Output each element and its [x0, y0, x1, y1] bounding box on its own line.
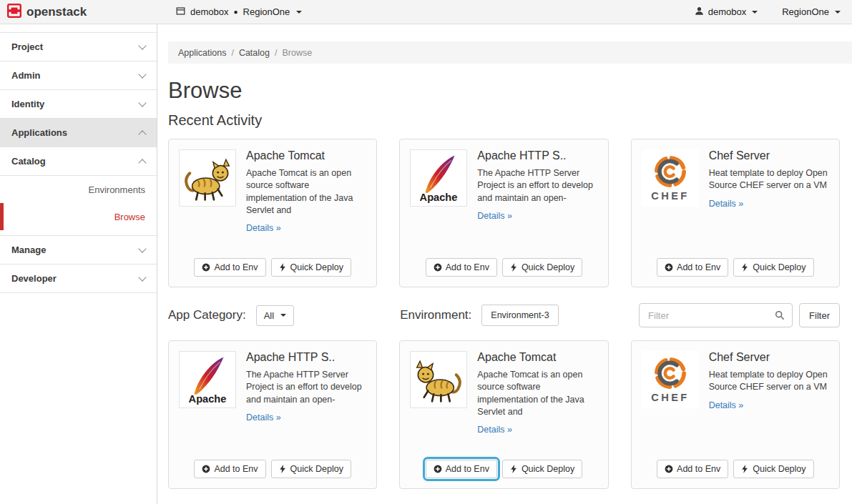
- user-icon: [695, 6, 704, 18]
- add-to-env-button[interactable]: Add to Env: [194, 258, 265, 277]
- section-title: Recent Activity: [168, 112, 852, 129]
- main-content: Applications / Catalog / Browse Browse R…: [157, 24, 852, 504]
- add-to-env-label: Add to Env: [677, 464, 720, 474]
- region-menu[interactable]: RegionOne: [782, 6, 841, 17]
- app-description: Heat template to deploy Open Source CHEF…: [709, 369, 829, 394]
- sidebar-item-environments[interactable]: Environments: [0, 176, 157, 203]
- app-bar: openstack demobox ● RegionOne demobox Re…: [0, 0, 852, 24]
- add-to-env-button-highlighted[interactable]: Add to Env: [426, 460, 497, 478]
- add-to-env-button[interactable]: Add to Env: [657, 460, 728, 478]
- app-title: Chef Server: [709, 149, 829, 162]
- environment-button[interactable]: Environment-3: [481, 305, 558, 326]
- caret-down-icon: [296, 11, 302, 14]
- sidebar-item-identity[interactable]: Identity: [0, 90, 157, 119]
- svg-text:CHEF: CHEF: [651, 392, 689, 403]
- context-region-name: RegionOne: [243, 6, 290, 17]
- details-link[interactable]: Details »: [709, 199, 744, 209]
- context-separator-dot: ●: [233, 8, 238, 16]
- plus-circle-icon: [202, 263, 210, 272]
- sidebar-divider: [0, 230, 157, 236]
- user-menu[interactable]: demobox: [695, 6, 758, 18]
- add-to-env-button[interactable]: Add to Env: [657, 258, 728, 277]
- page-title: Browse: [168, 78, 852, 104]
- details-link[interactable]: Details »: [246, 223, 281, 233]
- breadcrumb-current: Browse: [282, 48, 312, 58]
- details-link[interactable]: Details »: [477, 211, 512, 221]
- app-description: The Apache HTTP Server Project is an eff…: [477, 167, 597, 204]
- chevron-down-icon: [138, 99, 146, 107]
- sidebar-item-admin[interactable]: Admin: [0, 61, 157, 90]
- caret-down-icon: [280, 314, 286, 317]
- tomcat-logo: [410, 351, 467, 408]
- add-to-env-label: Add to Env: [446, 262, 489, 272]
- chevron-down-icon: [138, 70, 146, 78]
- app-description: The Apache HTTP Server Project is an eff…: [246, 369, 366, 406]
- app-title: Chef Server: [709, 351, 829, 364]
- details-link[interactable]: Details »: [709, 400, 744, 410]
- quick-deploy-label: Quick Deploy: [290, 262, 343, 272]
- sidebar-top-divider: [0, 24, 157, 33]
- add-to-env-button[interactable]: Add to Env: [426, 258, 497, 277]
- details-link[interactable]: Details »: [477, 425, 512, 435]
- sidebar-item-label: Manage: [11, 244, 46, 255]
- sidebar-item-manage[interactable]: Manage: [0, 236, 157, 265]
- chevron-up-icon: [138, 130, 146, 138]
- app-description: Apache Tomcat is an open source software…: [477, 369, 597, 418]
- app-title: Apache HTTP S..: [477, 149, 597, 162]
- quick-deploy-button[interactable]: Quick Deploy: [502, 460, 582, 478]
- sidebar-item-browse[interactable]: Browse: [0, 203, 157, 230]
- search-icon: [775, 310, 785, 322]
- breadcrumb-link-applications[interactable]: Applications: [178, 48, 226, 58]
- app-category-dropdown[interactable]: All: [256, 305, 294, 326]
- quick-deploy-button[interactable]: Quick Deploy: [271, 258, 351, 277]
- sidebar-item-label: Catalog: [11, 156, 46, 167]
- quick-deploy-label: Quick Deploy: [753, 262, 806, 272]
- add-to-env-label: Add to Env: [214, 464, 258, 474]
- filter-bar: App Category: All Environment: Environme…: [168, 303, 840, 327]
- flash-icon: [510, 465, 518, 473]
- plus-circle-icon: [202, 465, 210, 473]
- flash-icon: [279, 263, 287, 272]
- project-icon: [176, 6, 185, 18]
- quick-deploy-button[interactable]: Quick Deploy: [733, 460, 813, 478]
- plus-circle-icon: [665, 465, 673, 473]
- app-title: Apache Tomcat: [477, 351, 597, 364]
- svg-text:Apache: Apache: [189, 393, 227, 405]
- chevron-down-icon: [138, 244, 146, 252]
- quick-deploy-label: Quick Deploy: [753, 464, 806, 474]
- project-region-switcher[interactable]: demobox ● RegionOne: [176, 6, 302, 18]
- flash-icon: [741, 465, 749, 473]
- app-title: Apache HTTP S..: [246, 351, 366, 364]
- quick-deploy-button[interactable]: Quick Deploy: [733, 258, 813, 277]
- browse-cards: Apache Apache HTTP S.. The Apache HTTP S…: [168, 340, 840, 489]
- filter-button[interactable]: Filter: [799, 303, 840, 327]
- app-card: Apache Apache HTTP S.. The Apache HTTP S…: [168, 340, 377, 489]
- apache-logo: Apache: [179, 351, 236, 408]
- sidebar-item-applications[interactable]: Applications: [0, 119, 157, 147]
- quick-deploy-label: Quick Deploy: [290, 464, 343, 474]
- plus-circle-icon: [434, 263, 442, 272]
- sidebar-item-label: Developer: [11, 273, 57, 284]
- breadcrumb-link-catalog[interactable]: Catalog: [239, 48, 270, 58]
- region-menu-label: RegionOne: [782, 6, 829, 17]
- add-to-env-button[interactable]: Add to Env: [194, 460, 265, 478]
- sidebar-item-catalog[interactable]: Catalog: [0, 147, 157, 176]
- quick-deploy-button[interactable]: Quick Deploy: [502, 258, 582, 277]
- chevron-up-icon: [138, 159, 146, 167]
- recent-activity-cards: Apache Tomcat Apache Tomcat is an open s…: [168, 139, 840, 287]
- quick-deploy-label: Quick Deploy: [522, 262, 574, 272]
- svg-text:Apache: Apache: [420, 192, 458, 203]
- sidebar-item-developer[interactable]: Developer: [0, 265, 157, 293]
- filter-input[interactable]: [639, 303, 793, 327]
- quick-deploy-button[interactable]: Quick Deploy: [271, 460, 351, 478]
- app-card: Apache Tomcat Apache Tomcat is an open s…: [399, 340, 608, 489]
- sidebar-item-project[interactable]: Project: [0, 33, 157, 61]
- plus-circle-icon: [434, 465, 442, 473]
- flash-icon: [510, 263, 518, 272]
- chef-logo: CHEF: [642, 351, 699, 408]
- chevron-down-icon: [138, 41, 146, 49]
- sidebar-item-label: Identity: [11, 99, 44, 109]
- details-link[interactable]: Details »: [246, 412, 281, 423]
- app-description: Apache Tomcat is an open source software…: [246, 167, 366, 217]
- app-category-value: All: [264, 310, 274, 321]
